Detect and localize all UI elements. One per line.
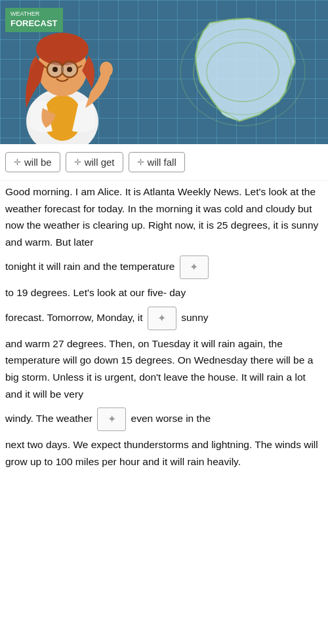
diamond-icon-1: ✦ — [190, 259, 198, 276]
text-forecast: forecast. Tomorrow, Monday, it — [5, 312, 143, 323]
map-svg — [171, 13, 308, 131]
paragraph-5: and warm 27 degrees. Then, on Tuesday it… — [5, 338, 313, 400]
text-line-7: next two days. We expect thunderstorms a… — [0, 434, 328, 472]
plus-icon-1: ✛ — [14, 157, 21, 167]
svg-point-15 — [52, 67, 58, 72]
will-fall-button[interactable]: ✛ will fall — [129, 152, 185, 172]
will-get-label: will get — [85, 157, 115, 168]
will-get-button[interactable]: ✛ will get — [66, 152, 123, 172]
svg-point-17 — [100, 62, 113, 77]
will-fall-label: will fall — [148, 157, 176, 168]
fill-blank-1[interactable]: ✦ — [180, 256, 209, 279]
text-tonight: tonight it will rain and the temperature — [5, 261, 174, 272]
fill-blank-3[interactable]: ✦ — [97, 407, 126, 431]
paragraph-1: Good morning. I am Alice. It is Atlanta … — [5, 186, 318, 248]
will-be-label: will be — [24, 157, 52, 168]
plus-icon-3: ✛ — [137, 157, 144, 167]
paragraph-7: next two days. We expect thunderstorms a… — [5, 439, 318, 467]
text-degrees: to 19 degrees. Let's look at our five- d… — [5, 287, 186, 298]
text-line-2: tonight it will rain and the temperature… — [0, 253, 328, 282]
phrase-buttons-row: ✛ will be ✛ will get ✛ will fall — [0, 144, 328, 181]
text-windy: windy. The weather — [5, 413, 92, 424]
will-be-button[interactable]: ✛ will be — [5, 152, 60, 172]
weather-header-image: WEATHER FORECAST — [0, 0, 328, 144]
svg-point-16 — [67, 67, 72, 72]
main-text-block: Good morning. I am Alice. It is Atlanta … — [0, 181, 328, 253]
text-line-6: windy. The weather ✦ even worse in the — [0, 405, 328, 434]
text-line-4: forecast. Tomorrow, Monday, it ✦ sunny — [0, 304, 328, 333]
diamond-icon-3: ✦ — [108, 411, 116, 428]
plus-icon-2: ✛ — [74, 157, 81, 167]
map-area — [171, 13, 302, 128]
diamond-icon-2: ✦ — [157, 310, 166, 327]
text-line-3: to 19 degrees. Let's look at our five- d… — [0, 282, 328, 304]
text-worse: even worse in the — [131, 413, 211, 424]
text-line-5: and warm 27 degrees. Then, on Tuesday it… — [0, 333, 328, 405]
forecast-label-badge: WEATHER FORECAST — [5, 8, 63, 32]
text-sunny: sunny — [181, 312, 208, 323]
fill-blank-2[interactable]: ✦ — [148, 307, 176, 330]
